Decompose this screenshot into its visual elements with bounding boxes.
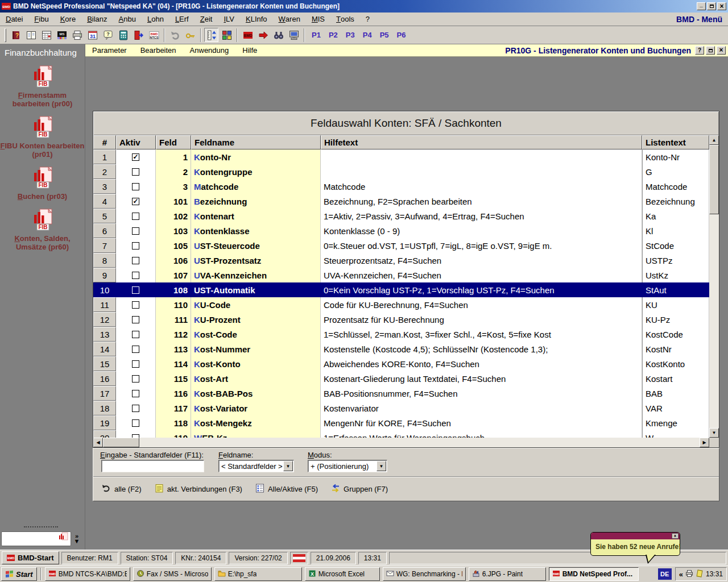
- checkbox-icon[interactable]: [132, 375, 139, 383]
- feldname-cell[interactable]: Matchcode: [191, 179, 321, 194]
- checkbox-icon[interactable]: [132, 331, 139, 338]
- feld-cell[interactable]: 114: [156, 356, 191, 371]
- table-row[interactable]: 33MatchcodeMatchcodeMatchcode: [93, 179, 709, 194]
- feld-cell[interactable]: 102: [156, 209, 191, 223]
- column-header-listentext[interactable]: Listentext: [642, 135, 709, 149]
- taskbar-task[interactable]: XMicrosoft Excel: [305, 567, 380, 581]
- eingabe-input[interactable]: [101, 460, 204, 472]
- table-row[interactable]: 16115Kost-ArtKostenart-Gliederung laut T…: [93, 371, 709, 386]
- aktiv-cell[interactable]: [116, 209, 156, 223]
- binoculars-icon[interactable]: [271, 28, 286, 42]
- checkbox-icon[interactable]: [132, 227, 139, 235]
- calendar-grid-icon[interactable]: [39, 28, 53, 42]
- ruler-arrows-icon[interactable]: [204, 28, 218, 42]
- feldname-select[interactable]: < Standardfelder > ▼: [218, 460, 294, 472]
- column-header-aktiv[interactable]: Aktiv: [116, 135, 156, 149]
- bmd-menu-label[interactable]: BMD - Menü: [676, 15, 722, 24]
- feldname-cell[interactable]: Kost-Konto: [191, 356, 321, 371]
- inner-menu-anwendung[interactable]: Anwendung: [183, 44, 236, 56]
- row-number-cell[interactable]: 10: [93, 282, 116, 297]
- taskbar-task[interactable]: BMDBMD NetSpeed Prof...: [549, 567, 639, 581]
- checkbox-icon[interactable]: [132, 213, 139, 220]
- column-header-nr[interactable]: #: [93, 135, 116, 149]
- taskbar-task[interactable]: Fax / SMS - Microsoft ...: [133, 567, 212, 581]
- aktiv-cell[interactable]: [116, 268, 156, 282]
- table-row[interactable]: 18117Kost-VariatorKostenvariatorVAR: [93, 401, 709, 415]
- feldname-cell[interactable]: KU-Prozent: [191, 312, 321, 327]
- toolbar-drag-handle-icon[interactable]: [5, 28, 6, 42]
- horizontal-scroll-track[interactable]: [139, 438, 700, 447]
- hilfetext-cell[interactable]: Bezeichnung, F2=Sprachen bearbeiten: [321, 194, 642, 209]
- hilfetext-cell[interactable]: Kontenklasse (0 - 9): [321, 223, 642, 238]
- sidebar-mini-tray[interactable]: [1, 531, 71, 546]
- listentext-cell[interactable]: USTPz: [642, 253, 709, 268]
- hilfetext-cell[interactable]: 1=Schlüssel, 2=man.Kost, 3=fixer Schl., …: [321, 327, 642, 342]
- sidebar-item[interactable]: FIBKonten, Salden, Umsätze (pr60): [0, 209, 85, 251]
- listentext-cell[interactable]: KU: [642, 297, 709, 312]
- restore-icon[interactable]: [707, 2, 716, 10]
- feld-cell[interactable]: 3: [156, 179, 191, 194]
- row-number-cell[interactable]: 14: [93, 342, 116, 356]
- close-icon[interactable]: x: [672, 533, 679, 539]
- modus-select[interactable]: + (Positionierung) ▼: [308, 460, 387, 472]
- table-row[interactable]: 13112Kost-Code1=Schlüssel, 2=man.Kost, 3…: [93, 327, 709, 342]
- checkbox-icon[interactable]: [132, 168, 139, 176]
- action-alle-f2-[interactable]: alle (F2): [101, 483, 142, 495]
- checkbox-icon[interactable]: [132, 257, 139, 264]
- column-header-feld[interactable]: Feld: [156, 135, 191, 149]
- feld-cell[interactable]: 103: [156, 223, 191, 238]
- menu-mis[interactable]: MIS: [306, 13, 330, 26]
- feldname-cell[interactable]: Kontenart: [191, 209, 321, 223]
- hilfetext-cell[interactable]: Code für KU-Berechnung, F4=Suchen: [321, 297, 642, 312]
- horizontal-scroll-thumb[interactable]: [103, 438, 139, 447]
- inner-menu-parameter[interactable]: Parameter: [85, 44, 134, 56]
- menu-lerf[interactable]: LErf: [169, 13, 195, 26]
- sidebar-item[interactable]: FIBBuchen (pr03): [0, 167, 85, 201]
- feldname-cell[interactable]: Kontengruppe: [191, 164, 321, 179]
- checkbox-icon[interactable]: ✓: [132, 153, 139, 161]
- row-number-cell[interactable]: 4: [93, 194, 116, 209]
- aktiv-cell[interactable]: [116, 223, 156, 238]
- checkbox-icon[interactable]: [132, 346, 139, 353]
- menu-lohn[interactable]: Lohn: [142, 13, 169, 26]
- row-number-cell[interactable]: 5: [93, 209, 116, 223]
- bmd-start-button[interactable]: BMD BMD-Start: [2, 551, 59, 564]
- listentext-cell[interactable]: UstKz: [642, 268, 709, 282]
- bmd-red-icon[interactable]: BMD: [241, 28, 255, 42]
- listentext-cell[interactable]: Konto-Nr: [642, 149, 709, 164]
- checkbox-icon[interactable]: [132, 183, 139, 190]
- feld-cell[interactable]: 105: [156, 238, 191, 253]
- feld-cell[interactable]: 107: [156, 268, 191, 282]
- table-row[interactable]: 17116Kost-BAB-PosBAB-Positionsnummer, F4…: [93, 386, 709, 401]
- listentext-cell[interactable]: VAR: [642, 401, 709, 415]
- toolbar-p3-button[interactable]: P3: [342, 31, 359, 39]
- close-icon[interactable]: [717, 2, 726, 10]
- listentext-cell[interactable]: G: [642, 164, 709, 179]
- horizontal-scrollbar[interactable]: ◀ ▶: [93, 438, 709, 447]
- menu-waren[interactable]: Waren: [273, 13, 306, 26]
- listentext-cell[interactable]: Kmenge: [642, 415, 709, 430]
- action-alle-aktive-f5-[interactable]: Alle/Aktive (F5): [255, 483, 318, 495]
- menu-kore[interactable]: Kore: [55, 13, 81, 26]
- start-button[interactable]: Start: [1, 567, 37, 581]
- hilfetext-cell[interactable]: 1=Erfassen Werte für Wareneingangsbuch: [321, 430, 642, 438]
- row-number-cell[interactable]: 7: [93, 238, 116, 253]
- hilfetext-cell[interactable]: BAB-Positionsnummer, F4=Suchen: [321, 386, 642, 401]
- feldname-cell[interactable]: KU-Code: [191, 297, 321, 312]
- checkbox-icon[interactable]: [132, 272, 139, 279]
- feldname-cell[interactable]: Kost-Mengekz: [191, 415, 321, 430]
- table-row[interactable]: 19118Kost-MengekzMengenNr für KORE, F4=S…: [93, 415, 709, 430]
- address-book-icon[interactable]: [24, 28, 38, 42]
- aktiv-cell[interactable]: [116, 164, 156, 179]
- aktiv-cell[interactable]: [116, 179, 156, 194]
- feldname-cell[interactable]: Kost-Code: [191, 327, 321, 342]
- inner-help-icon[interactable]: ?: [695, 46, 704, 55]
- feld-cell[interactable]: 106: [156, 253, 191, 268]
- action-akt-verbindungen-f3-[interactable]: akt. Verbindungen (F3): [154, 483, 242, 495]
- listentext-cell[interactable]: Kostart: [642, 371, 709, 386]
- aktiv-cell[interactable]: [116, 342, 156, 356]
- checkbox-icon[interactable]: [132, 242, 139, 250]
- inner-menu-hilfe[interactable]: Hilfe: [235, 44, 264, 56]
- minimize-icon[interactable]: [697, 2, 706, 10]
- listentext-cell[interactable]: Matchcode: [642, 179, 709, 194]
